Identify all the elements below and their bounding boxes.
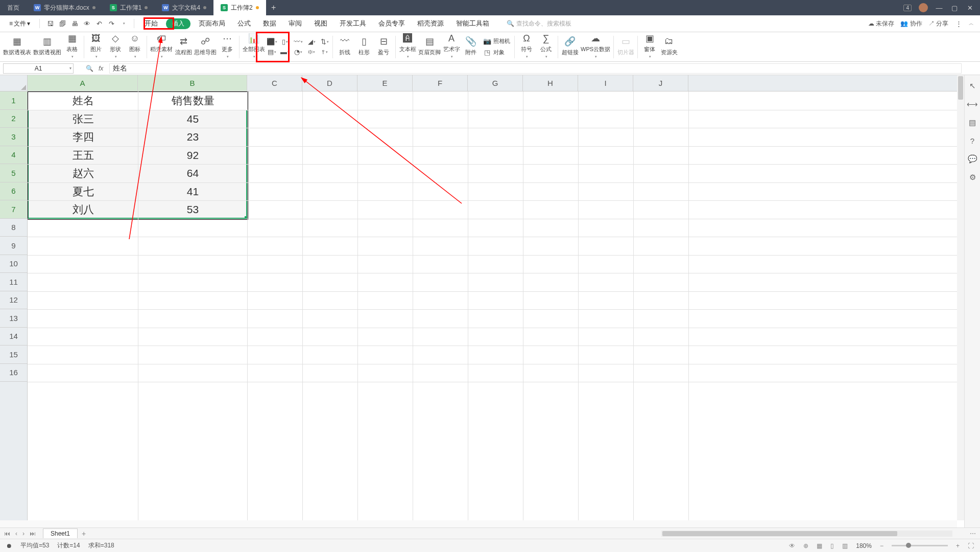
format-pane-icon[interactable]: ▤ bbox=[969, 118, 976, 127]
row-header[interactable]: 7 bbox=[0, 200, 27, 219]
attachment-button[interactable]: 📎附件 bbox=[462, 36, 480, 58]
table-cell[interactable]: 张三 bbox=[28, 110, 138, 129]
pivot-table-button[interactable]: ▦数据透视表 bbox=[3, 36, 31, 58]
row-header[interactable]: 12 bbox=[0, 291, 27, 310]
camera-button[interactable]: 📷照相机 bbox=[482, 37, 511, 46]
chart-line-icon[interactable]: 〰 bbox=[294, 38, 303, 46]
row-header[interactable]: 2 bbox=[0, 110, 27, 128]
pivot-chart-button[interactable]: ▥数据透视图 bbox=[33, 36, 61, 58]
close-button[interactable]: ✕ bbox=[966, 4, 974, 12]
row-header[interactable]: 3 bbox=[0, 128, 27, 146]
settings-pane-icon[interactable]: ⟷ bbox=[967, 100, 978, 109]
menu-pagelayout[interactable]: 页面布局 bbox=[195, 17, 229, 30]
sheet-menu-icon[interactable]: ⋯ bbox=[970, 530, 976, 537]
tab-doc-3[interactable]: W文字文稿4 bbox=[155, 0, 213, 15]
column-header[interactable]: A bbox=[28, 75, 138, 91]
row-header[interactable]: 9 bbox=[0, 237, 27, 255]
unsaved-indicator[interactable]: ☁ 未保存 bbox=[868, 19, 894, 28]
chart-hbar-icon[interactable]: ▬ bbox=[280, 48, 290, 56]
cursor-tool-icon[interactable]: ↖ bbox=[969, 81, 976, 90]
view-break-icon[interactable]: ▥ bbox=[842, 542, 848, 549]
record-macro-icon[interactable]: ⏺ bbox=[6, 542, 12, 549]
add-sheet-button[interactable]: + bbox=[82, 530, 86, 538]
sheet-last-icon[interactable]: ⏭ bbox=[30, 530, 36, 537]
hyperlink-button[interactable]: 🔗超链接 bbox=[561, 36, 579, 58]
window-form-button[interactable]: ▣窗体 bbox=[641, 33, 658, 61]
flowchart-button[interactable]: ⇄流程图 bbox=[175, 36, 192, 58]
table-cell[interactable]: 李四 bbox=[28, 128, 138, 147]
row-header[interactable]: 14 bbox=[0, 328, 27, 346]
save-icon[interactable]: 🖫 bbox=[46, 19, 54, 28]
undo-icon[interactable]: ↶ bbox=[95, 19, 103, 28]
row-header[interactable]: 13 bbox=[0, 309, 27, 328]
zoom-slider[interactable] bbox=[892, 545, 948, 546]
collapse-ribbon-icon[interactable]: ︿ bbox=[969, 20, 974, 27]
fx-icon[interactable]: fx bbox=[99, 65, 103, 72]
row-header[interactable]: 15 bbox=[0, 346, 27, 364]
sparkline-line-button[interactable]: 〰折线 bbox=[336, 36, 353, 58]
menu-review[interactable]: 审阅 bbox=[284, 17, 306, 30]
table-cell[interactable]: 23 bbox=[138, 128, 248, 147]
select-all-corner[interactable] bbox=[0, 75, 28, 91]
row-header[interactable]: 4 bbox=[0, 146, 27, 165]
print-preview-icon[interactable]: 👁 bbox=[83, 19, 91, 28]
chart-stock-icon[interactable]: ⇅ bbox=[320, 38, 329, 46]
column-header[interactable]: D bbox=[302, 75, 357, 91]
table-cell[interactable]: 64 bbox=[138, 165, 248, 183]
chart-scatter-icon[interactable]: ፨ bbox=[307, 48, 316, 56]
materials-button[interactable]: 🏷稻壳素材 bbox=[150, 33, 173, 61]
search-fx-icon[interactable]: 🔍 bbox=[86, 65, 93, 72]
command-search[interactable]: 🔍 查找命令、搜索模板 bbox=[507, 19, 571, 28]
menu-start[interactable]: 开始 bbox=[140, 17, 162, 30]
row-header[interactable]: 8 bbox=[0, 219, 27, 237]
textbox-button[interactable]: 🅰文本框 bbox=[399, 33, 416, 61]
row-header[interactable]: 5 bbox=[0, 164, 27, 182]
zoom-out-icon[interactable]: − bbox=[880, 542, 883, 549]
menu-smarttools[interactable]: 智能工具箱 bbox=[452, 17, 493, 30]
more-button[interactable]: ⋯更多 bbox=[219, 33, 236, 61]
formula-input[interactable]: 姓名 bbox=[109, 63, 962, 74]
column-header[interactable]: B bbox=[138, 75, 247, 91]
menu-insert[interactable]: 插入 bbox=[166, 18, 190, 29]
menu-member[interactable]: 会员专享 bbox=[374, 17, 409, 30]
row-header[interactable]: 11 bbox=[0, 273, 27, 291]
column-header[interactable]: H bbox=[523, 75, 578, 91]
chart-stacked-icon[interactable]: ▤ bbox=[267, 48, 276, 56]
chart-area-icon[interactable]: ◢ bbox=[307, 38, 316, 46]
table-cell[interactable]: 刘八 bbox=[28, 201, 138, 219]
sheet-next-icon[interactable]: › bbox=[22, 530, 25, 537]
quick-dropdown[interactable] bbox=[119, 19, 128, 28]
sparkline-col-button[interactable]: ▯柱形 bbox=[355, 36, 373, 58]
row-header[interactable]: 10 bbox=[0, 255, 27, 273]
symbol-button[interactable]: Ω符号 bbox=[518, 33, 535, 61]
table-button[interactable]: ▦表格 bbox=[63, 33, 81, 61]
horizontal-scrollbar[interactable] bbox=[661, 531, 952, 537]
tab-doc-2[interactable]: S工作簿1 bbox=[103, 0, 155, 15]
maximize-button[interactable]: ▢ bbox=[950, 4, 959, 12]
minimize-button[interactable]: — bbox=[935, 4, 943, 12]
focus-icon[interactable]: ⊕ bbox=[803, 542, 808, 549]
tab-home[interactable]: 首页 bbox=[0, 0, 27, 15]
menu-devtools[interactable]: 开发工具 bbox=[336, 17, 370, 30]
gear-icon[interactable]: ⚙ bbox=[969, 173, 976, 182]
new-tab-button[interactable]: + bbox=[266, 3, 281, 12]
table-cell[interactable]: 53 bbox=[138, 201, 248, 219]
vertical-scrollbar[interactable] bbox=[957, 75, 964, 520]
share-button[interactable]: ↗ 分享 bbox=[928, 19, 948, 28]
column-header[interactable]: C bbox=[247, 75, 302, 91]
menu-formula[interactable]: 公式 bbox=[233, 17, 255, 30]
menu-dock[interactable]: 稻壳资源 bbox=[413, 17, 448, 30]
table-cell[interactable]: 92 bbox=[138, 147, 248, 165]
table-header-cell[interactable]: 姓名 bbox=[28, 92, 138, 110]
column-header[interactable]: G bbox=[468, 75, 523, 91]
table-cell[interactable]: 41 bbox=[138, 183, 248, 201]
eye-icon[interactable]: 👁 bbox=[789, 542, 795, 549]
tab-doc-1[interactable]: W零分猫脚本.docx bbox=[27, 0, 103, 15]
mindmap-button[interactable]: ☍思维导图 bbox=[194, 36, 217, 58]
help-icon[interactable]: ? bbox=[970, 136, 974, 145]
print-icon[interactable]: 🖶 bbox=[70, 19, 79, 28]
view-page-icon[interactable]: ▯ bbox=[830, 542, 834, 549]
zoom-in-icon[interactable]: + bbox=[956, 542, 960, 549]
sheet-prev-icon[interactable]: ‹ bbox=[15, 530, 17, 537]
resource-button[interactable]: 🗂资源夹 bbox=[660, 36, 678, 58]
